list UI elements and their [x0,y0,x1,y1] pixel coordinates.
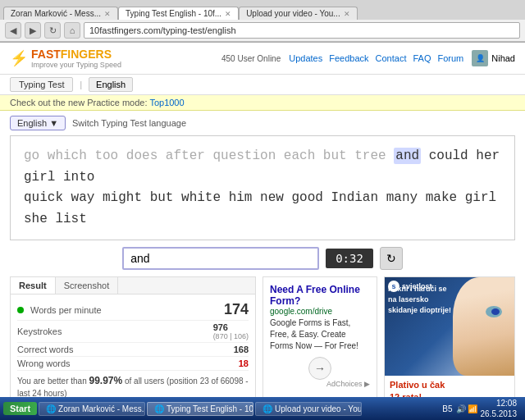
ad-brand-label: svjetlost [402,282,432,290]
google-ad-text: Google Forms is Fast, Free, & Easy. Crea… [270,317,370,352]
tab-3[interactable]: Upload your video - You... ✕ [239,7,358,20]
app-navbar: ⚡ FASTFINGERS Improve your Typing Speed … [0,43,525,75]
online-count: 450 User Online [221,54,281,63]
clock-time: 12:08 [481,398,518,409]
address-input[interactable] [84,22,520,39]
better-text: You are better than 99.97% of all users … [17,374,249,399]
google-ad-title[interactable]: Need A Free Online Form? [270,284,370,307]
nav-faq[interactable]: FAQ [413,53,431,63]
tab-result[interactable]: Result [11,277,56,294]
typed-words: go which too does after question each bu… [24,148,394,163]
ad-overlay-line2: na lasersko [388,294,451,305]
forward-button[interactable]: ▶ [25,22,41,39]
time-display: 12:08 26.5.2013 [481,398,518,419]
timer-display: 0:32 [326,249,373,268]
tab-3-label: Upload your video - You... [246,9,340,18]
keystrokes-sub: (870 | 106) [213,332,249,340]
tab-3-close[interactable]: ✕ [344,10,350,18]
nav-forum[interactable]: Forum [437,53,463,63]
wrong-row: Wrong words 18 [17,357,249,371]
taskbar-icon-2: 🌐 [154,404,164,413]
tab-screenshot[interactable]: Screenshot [56,277,119,294]
info-bar: Check out the new Practice mode: Top1000 [0,95,525,111]
start-button[interactable]: Start [3,402,37,415]
user-avatar: 👤 [472,50,488,66]
info-link[interactable]: Top1000 [149,98,184,107]
typing-test-btn[interactable]: Typing Test [10,77,73,92]
clock-date: 26.5.2013 [481,409,518,419]
tab-bar: Zoran Marković - Mess... ✕ Typing Test E… [0,0,525,20]
nav-contact[interactable]: Contact [376,53,407,63]
input-row: 0:32 ↻ [10,247,515,270]
tab-1-label: Zoran Marković - Mess... [11,9,101,18]
better-pct: 99.97% [89,375,122,386]
nav-feedback[interactable]: Feedback [329,53,368,63]
typing-input[interactable] [122,247,319,270]
taskbar: Start 🌐 Zoran Marković - Mess... 🌐 Typin… [0,397,525,420]
results-body: Words per minute 174 Keystrokes 976 (870… [11,294,255,404]
google-ad-arrow-row: → [270,357,370,380]
home-button[interactable]: ⌂ [64,22,80,39]
logo-text: FASTFINGERS [31,48,112,61]
nav-separator: | [80,80,82,89]
ad-face [453,277,514,376]
ad-choices[interactable]: AdChoices ▶ [270,380,370,388]
info-text: Check out the new Practice mode: [10,98,148,107]
back-button[interactable]: ◀ [5,22,21,39]
browser-chrome: Zoran Marković - Mess... ✕ Typing Test E… [0,0,525,43]
typing-text: go which too does after question each bu… [24,146,501,230]
correct-label: Correct words [17,345,73,354]
results-tabs: Result Screenshot [11,277,255,294]
tab-2-label: Typing Test English - 10f... [126,9,221,18]
refresh-test-button[interactable]: ↻ [380,247,403,270]
wpm-row: Words per minute 174 [17,299,249,321]
wpm-indicator [17,307,24,313]
lang-bar: English ▼ Switch Typing Test language [0,111,525,135]
secondary-nav: Typing Test | English [0,75,525,95]
switch-lang-text[interactable]: Switch Typing Test language [72,118,186,128]
taskbar-items: 🌐 Zoran Marković - Mess... 🌐 Typing Test… [39,402,436,416]
wrong-value: 18 [239,358,249,368]
tab-1[interactable]: Zoran Marković - Mess... ✕ [3,7,118,20]
language-btn[interactable]: English [89,77,133,92]
ad-image: s svjetlost Klikni i naruči se na lasers… [385,277,514,376]
taskbar-label-1: Zoran Marković - Mess... [58,404,145,413]
tray-icon-sound[interactable]: 🔊 [456,404,466,413]
google-ad-arrow-btn[interactable]: → [308,357,331,380]
keystrokes-value: 976 [213,322,228,332]
ad-offer-line1: Plativo u čak [390,379,509,390]
correct-row: Correct words 168 [17,343,249,357]
nav-updates[interactable]: Updates [289,53,322,63]
taskbar-label-2: Typing Test English - 10f... [167,404,253,413]
tab-2[interactable]: Typing Test English - 10f... ✕ [118,7,239,20]
taskbar-label-3: Upload your video - You... [275,404,362,413]
google-ad-url: google.com/drive [270,307,370,316]
keystrokes-label: Keystrokes [17,326,62,336]
taskbar-item-1[interactable]: 🌐 Zoran Marković - Mess... [39,402,145,416]
tab-1-close[interactable]: ✕ [104,10,111,18]
refresh-button[interactable]: ↻ [44,22,61,39]
taskbar-tray-b5: B5 [442,404,452,413]
tray-icon-network[interactable]: 📶 [468,404,477,413]
start-label: Start [10,404,30,413]
app-body: ⚡ FASTFINGERS Improve your Typing Speed … [0,43,525,420]
taskbar-right: B5 🔊 📶 12:08 26.5.2013 [437,398,522,419]
lang-tag[interactable]: English ▼ [10,116,66,130]
logo-tagline: Improve your Typing Speed [31,61,121,69]
taskbar-item-2[interactable]: 🌐 Typing Test English - 10f... [147,402,253,416]
taskbar-icon-3: 🌐 [262,404,272,413]
tab-2-close[interactable]: ✕ [225,10,231,18]
current-word: and [394,148,421,164]
typing-area: go which too does after question each bu… [10,135,515,240]
taskbar-item-3[interactable]: 🌐 Upload your video - You... [255,402,362,416]
wpm-value: 174 [224,301,249,318]
ad-overlay-line3: skidanje dioptrije! [388,305,451,316]
wrong-label: Wrong words [17,358,71,368]
taskbar-tray-icons: 🔊 📶 [456,404,477,413]
ad-brand-icon: s [391,282,395,290]
logo-icon: ⚡ [10,49,28,67]
address-bar-row: ◀ ▶ ↻ ⌂ [0,20,525,42]
taskbar-icon-1: 🌐 [46,404,56,413]
user-name: Nihad [491,53,515,63]
wpm-label: Words per minute [30,305,102,315]
